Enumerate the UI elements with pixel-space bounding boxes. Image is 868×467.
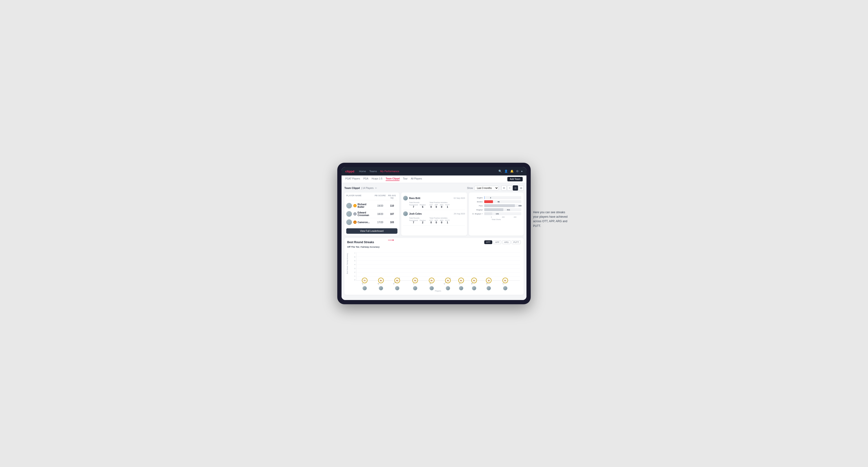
sub-nav-pgat[interactable]: PGAT Players (345, 177, 360, 181)
arg-stat: ARG 0 (440, 220, 443, 224)
card-view-btn[interactable]: ◫ (513, 185, 518, 191)
add-team-button[interactable]: Add Team (507, 177, 523, 181)
avg-sq: 110 (387, 205, 398, 207)
bar-chart-area: Eagles 3 Birdies 96 (471, 196, 522, 215)
bar-track-pars: 499 (484, 204, 522, 207)
bar-fill-bogeys: 311 (484, 208, 503, 211)
filter-app-button[interactable]: APP (493, 240, 501, 244)
avatar (346, 211, 352, 217)
search-icon[interactable]: 🔍 (498, 169, 502, 173)
grid-line (356, 256, 520, 257)
settings-icon[interactable]: ⚙ (516, 169, 519, 173)
practice-stat: Practice 2 (420, 220, 426, 224)
bar-row-birdies: Birdies 96 (471, 200, 522, 203)
ott-value: 0 (430, 206, 433, 208)
bar-label-dbogeys: D. Bogeys + (471, 213, 484, 215)
bar-row-pars: Pars 499 (471, 204, 522, 207)
bar-track-birdies: 96 (484, 200, 522, 203)
ott-label: OTT (430, 220, 433, 221)
user-icon[interactable]: 👤 (504, 169, 508, 173)
putt-stat: PUTT 1 (445, 220, 450, 224)
round-date: 26 Aug 2023 (454, 213, 465, 215)
table-row[interactable]: 2 Edward Crossman 18/20 107 (346, 210, 398, 218)
bubble-mcherg: 6x (378, 278, 384, 283)
practice-value: 6 (420, 206, 426, 208)
bar-value-bogeys: 311 (507, 209, 510, 211)
avatar (346, 219, 352, 225)
annotation-text: Here you can see streaks your players ha… (533, 211, 567, 228)
y-ticks: 7 6 5 4 3 2 1 0 (351, 252, 355, 281)
round-item-header: Rees Britt 02 Sep 2023 (403, 196, 465, 200)
sub-nav-team-clippd[interactable]: Team Clippd (385, 177, 400, 181)
team-count: | 14 Players (361, 187, 374, 189)
team-header: Team Clippd | 14 Players ✏ Show Last 3 m… (344, 185, 524, 191)
bell-icon[interactable]: 🔔 (510, 169, 514, 173)
round-date: 02 Sep 2023 (454, 197, 465, 199)
total-rounds-label: Total Rounds (409, 217, 426, 219)
bar-fill-birdies: 96 (484, 200, 493, 203)
practice-stat: Practice 6 (420, 204, 426, 208)
lb-col-pb-score: PB SCORE (374, 194, 387, 199)
stat-sub: OTT 0 APP 0 ARG 0 (430, 220, 450, 224)
y-tick-3: 3 (354, 268, 355, 269)
sub-nav-all-players[interactable]: All Players (411, 177, 422, 181)
sub-nav-hcaps[interactable]: Hcaps 1-5 (372, 177, 382, 181)
nav-logo: clippd (345, 169, 354, 173)
bubble-quick: 3x (502, 278, 508, 283)
table-row[interactable]: 1 Richard Butler 19/20 110 (346, 201, 398, 210)
bubble-ford: 4x (458, 278, 464, 283)
filter-ott-button[interactable]: OTT (484, 240, 492, 244)
nav-item-teams[interactable]: Teams (369, 170, 377, 173)
filter-putt-button[interactable]: PUTT (512, 240, 521, 244)
tournament-label: Tournament (409, 204, 418, 206)
app-label: APP (435, 220, 438, 221)
date-filter-select[interactable]: Last 3 months Last 6 months Last 12 mont… (474, 186, 499, 190)
list-item: Rees Britt 02 Sep 2023 Total Rounds Tour… (403, 194, 465, 210)
tournament-value: 7 (409, 221, 418, 224)
edit-icon[interactable]: ✏ (375, 187, 377, 189)
view-icons: ⊞ ≡ ◫ ▤ (501, 185, 524, 191)
putt-label: PUTT (445, 220, 450, 221)
ott-value: 0 (430, 221, 433, 224)
avatar (346, 203, 352, 209)
x-label-400: 400 (509, 216, 521, 218)
player-name: Josh Coles (409, 213, 454, 215)
rounds-card: Rees Britt 02 Sep 2023 Total Rounds Tour… (401, 192, 467, 236)
arg-value: 0 (440, 206, 443, 208)
app-stat: APP 0 (435, 220, 438, 224)
avg-sq: 107 (387, 213, 398, 215)
x-axis-label: Players (356, 290, 520, 292)
bubble-maher: 4x (471, 278, 477, 283)
putt-value: 1 (445, 221, 450, 224)
round-item-header: Josh Coles 26 Aug 2023 (403, 211, 465, 216)
grid-view-btn[interactable]: ⊞ (501, 185, 507, 191)
sub-nav-pga[interactable]: PGA (363, 177, 368, 181)
table-row[interactable]: 3 Cameron... 17/20 103 (346, 218, 398, 226)
filter-arg-button[interactable]: ARG (502, 240, 511, 244)
y-axis-label: Best Streak, Fairway Accuracy (346, 270, 348, 274)
practice-label: Practice (420, 204, 426, 206)
avatar (403, 211, 408, 216)
bar-label-birdies: Birdies (471, 201, 484, 203)
nav-item-my-performance[interactable]: My Performance (380, 170, 399, 173)
avatar-icon[interactable]: ● (521, 169, 523, 173)
tournament-value: 7 (409, 206, 418, 208)
show-label: Show (467, 187, 473, 189)
sub-nav-tour[interactable]: Tour (403, 177, 407, 181)
list-view-btn[interactable]: ≡ (507, 185, 512, 191)
pb-score: 19/20 (374, 205, 387, 207)
nav-item-home[interactable]: Home (359, 170, 366, 173)
bubble-coles: 5x (412, 278, 418, 283)
streaks-filter-buttons: OTT APP ARG PUTT (484, 240, 521, 244)
main-content: Team Clippd | 14 Players ✏ Show Last 3 m… (342, 183, 526, 300)
view-full-leaderboard-button[interactable]: View Full Leaderboard (346, 228, 398, 234)
avatar (403, 196, 408, 200)
streaks-header: Best Round Streaks OTT APP ARG PUTT (347, 240, 521, 244)
practice-activities-label: Total Practice Activities (430, 201, 450, 204)
stat-sub: Tournament 7 Practice 2 (409, 220, 426, 224)
bar-value-dbogeys: 131 (496, 213, 499, 215)
bar-track-eagles: 3 (484, 196, 522, 199)
bubble-crossman: 4x (445, 278, 451, 283)
bubble-britt: 5x (429, 278, 434, 283)
detail-view-btn[interactable]: ▤ (519, 185, 524, 191)
